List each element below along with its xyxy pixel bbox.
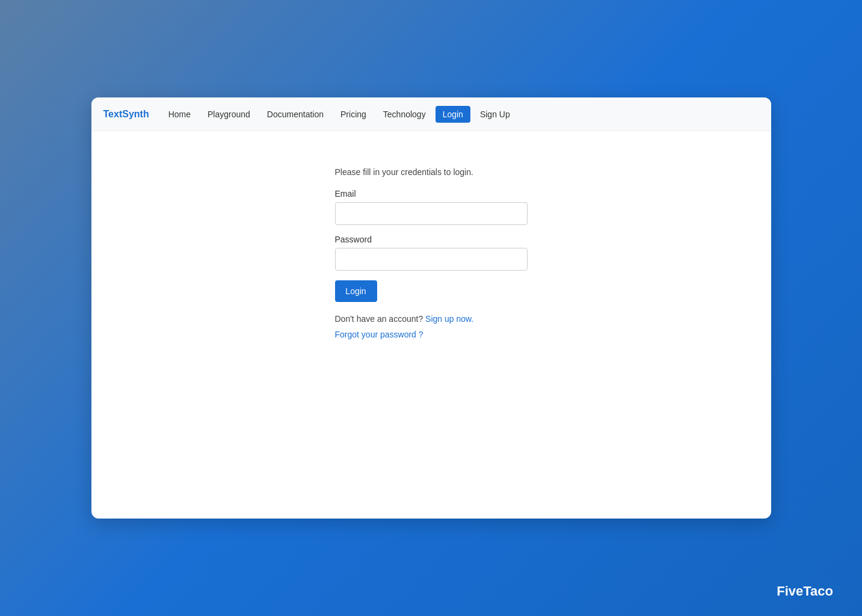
signup-now-link[interactable]: Sign up now.: [425, 314, 473, 324]
nav-link-home[interactable]: Home: [161, 106, 198, 123]
nav-link-login[interactable]: Login: [436, 106, 470, 123]
nav-link-pricing[interactable]: Pricing: [333, 106, 374, 123]
nav-brand[interactable]: TextSynth: [103, 109, 149, 120]
main-card: TextSynth Home Playground Documentation …: [91, 97, 771, 519]
footer-brand: FiveTaco: [777, 584, 833, 599]
nav-link-technology[interactable]: Technology: [376, 106, 433, 123]
navbar: TextSynth Home Playground Documentation …: [91, 97, 771, 131]
signup-text: Don't have an account? Sign up now.: [335, 314, 528, 324]
nav-link-documentation[interactable]: Documentation: [260, 106, 331, 123]
nav-link-playground[interactable]: Playground: [200, 106, 257, 123]
password-input[interactable]: [335, 248, 528, 271]
email-label: Email: [335, 189, 528, 199]
nav-link-signup[interactable]: Sign Up: [473, 106, 517, 123]
password-label: Password: [335, 235, 528, 244]
login-button[interactable]: Login: [335, 280, 377, 302]
email-input[interactable]: [335, 202, 528, 225]
form-intro: Please fill in your credentials to login…: [335, 167, 528, 177]
content-area: Please fill in your credentials to login…: [91, 131, 771, 519]
forgot-password-link[interactable]: Forgot your password ?: [335, 330, 528, 339]
login-form: Please fill in your credentials to login…: [335, 167, 528, 339]
